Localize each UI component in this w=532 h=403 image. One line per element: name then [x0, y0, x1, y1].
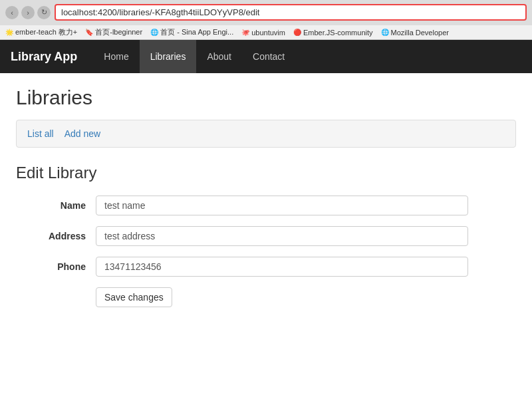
nav-link-contact[interactable]: Contact [242, 40, 295, 73]
page-title: Libraries [16, 86, 516, 109]
refresh-button[interactable]: ↻ [37, 6, 51, 19]
browser-nav-icons: ‹ › ↻ [5, 6, 51, 19]
page-content: Libraries List all Add new Edit Library … [0, 73, 532, 321]
nav-link-about[interactable]: About [196, 40, 242, 73]
browser-toolbar: ‹ › ↻ localhost:4200/libraries/-KFA8gth4… [0, 0, 532, 25]
edit-section-title: Edit Library [16, 164, 516, 182]
navbar: Library App Home Libraries About Contact [0, 40, 532, 73]
bookmark-mozilla[interactable]: 🌐 Mozilla Developer [381, 29, 449, 37]
bookmark-icon-2: 🔖 [85, 29, 93, 37]
input-address[interactable] [96, 226, 468, 246]
form-group-phone: Phone [16, 257, 516, 277]
save-btn-group: Save changes [96, 287, 516, 307]
browser-chrome: ‹ › ↻ localhost:4200/libraries/-KFA8gth4… [0, 0, 532, 40]
bookmark-icon-5: 🔴 [293, 29, 301, 37]
bookmark-label-4: ubuntuvim [251, 29, 285, 37]
add-new-link[interactable]: Add new [65, 128, 100, 139]
bookmark-label-2: 首页-lbeginner [95, 27, 142, 37]
back-button[interactable]: ‹ [5, 6, 19, 19]
nav-link-home[interactable]: Home [93, 40, 139, 73]
bookmark-ember-community[interactable]: 🔴 Ember.JS-community [293, 29, 373, 37]
list-all-link[interactable]: List all [27, 128, 54, 139]
forward-button[interactable]: › [21, 6, 35, 19]
bookmark-sina[interactable]: 🌐 首页 - Sina App Engi... [150, 27, 233, 37]
sub-nav-links: List all Add new [27, 128, 505, 139]
sub-nav-panel: List all Add new [16, 120, 516, 148]
edit-section: Edit Library Name Address Phone Save cha… [16, 164, 516, 307]
bookmark-icon-4: 🐙 [241, 29, 249, 37]
bookmark-icon-1: 🌟 [5, 29, 13, 37]
bookmark-ubuntu[interactable]: 🐙 ubuntuvim [241, 29, 285, 37]
bookmark-icon-6: 🌐 [381, 29, 389, 37]
bookmark-label-1: ember-teach 教力+ [15, 27, 77, 37]
label-phone: Phone [16, 261, 96, 272]
bookmark-label-6: Mozilla Developer [391, 29, 449, 37]
label-name: Name [16, 200, 96, 211]
label-address: Address [16, 231, 96, 241]
navbar-links: Home Libraries About Contact [93, 40, 295, 73]
address-bar-container[interactable]: localhost:4200/libraries/-KFA8gth4tiiLDO… [55, 4, 527, 21]
form-group-address: Address [16, 226, 516, 246]
bookmarks-bar: 🌟 ember-teach 教力+ 🔖 首页-lbeginner 🌐 首页 - … [0, 25, 532, 39]
bookmark-label-3: 首页 - Sina App Engi... [160, 27, 233, 37]
bookmark-label-5: Ember.JS-community [303, 29, 373, 37]
navbar-brand[interactable]: Library App [11, 50, 77, 64]
address-bar-text: localhost:4200/libraries/-KFA8gth4tiiLDO… [61, 7, 520, 17]
bookmark-lbeginner[interactable]: 🔖 首页-lbeginner [85, 27, 142, 37]
bookmark-icon-3: 🌐 [150, 29, 158, 37]
save-changes-button[interactable]: Save changes [96, 287, 172, 307]
nav-link-libraries[interactable]: Libraries [140, 40, 197, 73]
input-phone[interactable] [96, 257, 468, 277]
bookmark-ember-teach[interactable]: 🌟 ember-teach 教力+ [5, 27, 77, 37]
input-name[interactable] [96, 196, 468, 215]
form-group-name: Name [16, 196, 516, 215]
app-container: Library App Home Libraries About Contact… [0, 40, 532, 321]
